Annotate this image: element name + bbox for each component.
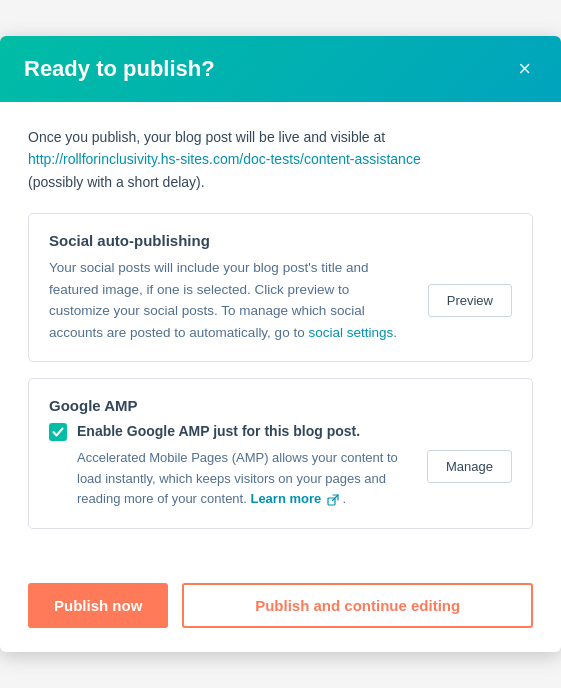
preview-button[interactable]: Preview (428, 284, 512, 317)
checkmark-icon (52, 426, 64, 438)
amp-period: . (343, 491, 347, 506)
amp-row: Enable Google AMP just for this blog pos… (49, 422, 512, 510)
amp-description-text: Accelerated Mobile Pages (AMP) allows yo… (77, 448, 411, 510)
amp-checkbox-row: Enable Google AMP just for this blog pos… (49, 422, 411, 442)
intro-text-line1: Once you publish, your blog post will be… (28, 129, 385, 145)
modal-dialog: Ready to publish? × Once you publish, yo… (0, 36, 561, 653)
social-publishing-card: Social auto-publishing Your social posts… (28, 213, 533, 362)
intro-paragraph: Once you publish, your blog post will be… (28, 126, 533, 193)
amp-section-content: Enable Google AMP just for this blog pos… (49, 422, 512, 510)
amp-left: Enable Google AMP just for this blog pos… (49, 422, 411, 510)
publish-continue-button[interactable]: Publish and continue editing (182, 583, 533, 628)
close-button[interactable]: × (512, 56, 537, 82)
amp-checkbox-label: Enable Google AMP just for this blog pos… (77, 422, 360, 442)
modal-title: Ready to publish? (24, 56, 215, 82)
publish-now-button[interactable]: Publish now (28, 583, 168, 628)
social-section-title: Social auto-publishing (49, 232, 512, 249)
amp-description-content: Accelerated Mobile Pages (AMP) allows yo… (77, 450, 398, 507)
social-settings-link[interactable]: social settings (308, 325, 393, 340)
modal-header: Ready to publish? × (0, 36, 561, 102)
manage-button[interactable]: Manage (427, 450, 512, 483)
modal-body: Once you publish, your blog post will be… (0, 102, 561, 566)
modal-footer: Publish now Publish and continue editing (0, 565, 561, 652)
amp-enable-checkbox[interactable] (49, 423, 67, 441)
social-section-content: Your social posts will include your blog… (49, 257, 512, 343)
social-section-text: Your social posts will include your blog… (49, 257, 412, 343)
blog-url-link[interactable]: http://rollforinclusivity.hs-sites.com/d… (28, 151, 421, 167)
google-amp-card: Google AMP Enable Google AMP just for th… (28, 378, 533, 529)
learn-more-link[interactable]: Learn more (250, 491, 321, 506)
amp-section-title: Google AMP (49, 397, 512, 414)
intro-text-line2: (possibly with a short delay). (28, 174, 205, 190)
external-link-icon (327, 494, 339, 506)
